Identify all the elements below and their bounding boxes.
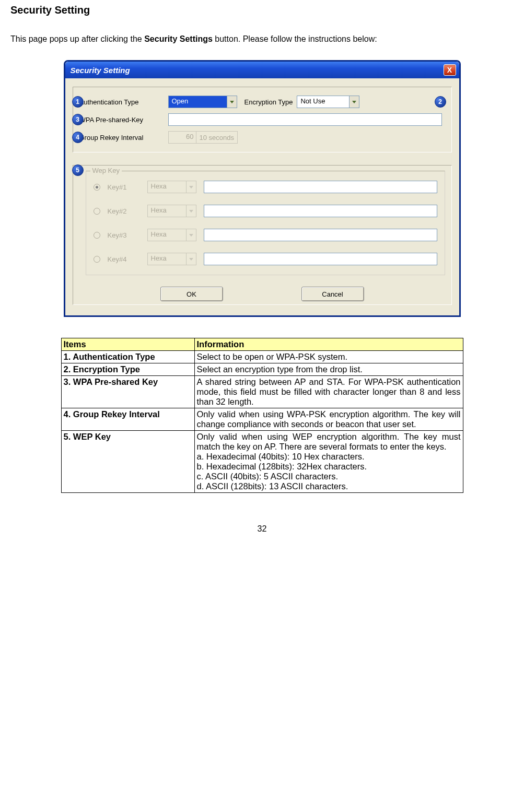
key4-mode-select: Hexa <box>147 253 196 265</box>
info-table: Items Information 1. Authentication Type… <box>61 338 463 493</box>
key2-radio[interactable] <box>94 208 100 215</box>
security-setting-dialog: Security Setting X 1 Authentication Type… <box>64 60 461 317</box>
key2-mode-select: Hexa <box>147 205 196 217</box>
info-cell: A shared string between AP and STA. For … <box>194 376 463 408</box>
chevron-down-icon <box>186 181 196 193</box>
wep-key-row: Key#2 Hexa <box>94 205 437 217</box>
auth-type-label: Authentication Type <box>79 98 168 106</box>
key4-value-input[interactable] <box>204 253 437 265</box>
key3-mode-select: Hexa <box>147 229 196 241</box>
badge-3: 3 <box>72 114 84 125</box>
wep-key-row: Key#4 Hexa <box>94 253 437 265</box>
table-row: 3. WPA Pre-shared Key A shared string be… <box>61 376 463 408</box>
chevron-down-icon[interactable] <box>227 96 237 108</box>
wpa-key-label: WPA Pre-shared-Key <box>79 116 168 124</box>
badge-4: 4 <box>72 132 84 143</box>
window-title: Security Setting <box>71 66 130 75</box>
intro-text-before: This page pops up after clicking the <box>10 34 144 43</box>
key2-mode-value: Hexa <box>147 205 186 217</box>
rekey-value-input: 60 <box>168 131 196 144</box>
key1-radio[interactable] <box>94 184 100 191</box>
rekey-label: Group Rekey Interval <box>79 134 168 142</box>
section-heading: Security Setting <box>10 4 514 16</box>
badge-5: 5 <box>72 164 84 176</box>
th-items: Items <box>61 338 194 351</box>
chevron-down-icon <box>186 253 196 265</box>
intro-paragraph: This page pops up after clicking the Sec… <box>10 31 514 48</box>
key4-mode-value: Hexa <box>147 253 186 265</box>
page-number: 32 <box>10 524 514 534</box>
intro-bold: Security Settings <box>144 34 213 43</box>
item-cell: 5. WEP Key <box>61 431 194 493</box>
badge-1: 1 <box>72 96 84 108</box>
ok-button[interactable]: OK <box>160 287 223 301</box>
key3-label: Key#3 <box>108 231 140 239</box>
key1-value-input[interactable] <box>204 181 437 193</box>
key1-label: Key#1 <box>108 183 140 191</box>
key2-label: Key#2 <box>108 207 140 215</box>
table-row: 5. WEP Key Only valid when using WEP enc… <box>61 431 463 493</box>
chevron-down-icon <box>186 205 196 217</box>
key1-mode-select: Hexa <box>147 181 196 193</box>
key2-value-input[interactable] <box>204 205 437 217</box>
enc-type-label: Encryption Type <box>244 98 293 106</box>
enc-type-select[interactable]: Not Use <box>297 96 359 108</box>
wep-panel: 5 Wep Key Key#1 Hexa <box>73 165 452 305</box>
auth-type-value: Open <box>168 96 227 108</box>
info-cell: Only valid when using WPA-PSK encryption… <box>194 408 463 431</box>
wep-legend: Wep Key <box>90 167 122 174</box>
badge-2: 2 <box>435 96 446 108</box>
info-cell: Only valid when using WEP encryption alg… <box>194 431 463 493</box>
intro-text-after: button. Please follow the instructions b… <box>213 34 377 43</box>
auth-type-select[interactable]: Open <box>168 96 237 108</box>
wep-key-row: Key#3 Hexa <box>94 229 437 241</box>
rekey-unit: 10 seconds <box>196 131 238 144</box>
titlebar: Security Setting X <box>65 62 459 78</box>
info-cell: Select an encryption type from the drop … <box>194 363 463 376</box>
key1-mode-value: Hexa <box>147 181 186 193</box>
key4-radio[interactable] <box>94 256 100 263</box>
key3-radio[interactable] <box>94 232 100 239</box>
key4-label: Key#4 <box>108 255 140 263</box>
item-cell: 2. Encryption Type <box>61 363 194 376</box>
table-row: 4. Group Rekey Interval Only valid when … <box>61 408 463 431</box>
chevron-down-icon <box>186 229 196 241</box>
item-cell: 3. WPA Pre-shared Key <box>61 376 194 408</box>
item-cell: 1. Authentication Type <box>61 351 194 363</box>
close-icon[interactable]: X <box>444 64 456 76</box>
wpa-key-input[interactable] <box>168 113 442 126</box>
key3-mode-value: Hexa <box>147 229 186 241</box>
info-cell: Select to be open or WPA-PSK system. <box>194 351 463 363</box>
wep-key-row: Key#1 Hexa <box>94 181 437 193</box>
top-panel: 1 Authentication Type Open Encryption Ty… <box>73 87 452 152</box>
enc-type-value: Not Use <box>297 96 349 108</box>
table-row: 1. Authentication Type Select to be open… <box>61 351 463 363</box>
th-info: Information <box>194 338 463 351</box>
table-row: 2. Encryption Type Select an encryption … <box>61 363 463 376</box>
wep-groupbox: Wep Key Key#1 Hexa Key#2 <box>86 171 445 275</box>
key3-value-input[interactable] <box>204 229 437 241</box>
cancel-button[interactable]: Cancel <box>301 287 364 301</box>
chevron-down-icon[interactable] <box>349 96 359 108</box>
item-cell: 4. Group Rekey Interval <box>61 408 194 431</box>
